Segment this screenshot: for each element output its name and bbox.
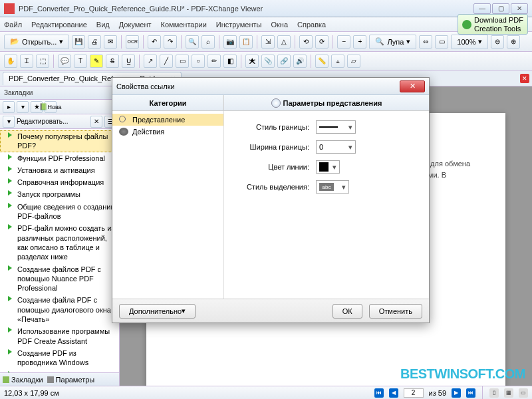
note-icon[interactable]: 💬 [58,55,71,68]
save-icon[interactable]: 💾 [72,35,85,49]
bookmark-icon [8,154,15,161]
fit-width-icon[interactable]: ⇔ [419,35,432,49]
zoom-out-icon[interactable]: − [337,35,350,49]
bookmark-item[interactable]: Установка и активация [0,164,119,176]
arrow-icon[interactable]: ↗ [144,55,157,68]
find-icon[interactable]: 🔍 [186,35,199,49]
ocr-button[interactable]: OCR [126,35,139,49]
facing-icon[interactable]: ▭ [519,388,528,398]
tab-params[interactable]: Параметры [47,376,95,384]
border-width-input[interactable]: 0▾ [316,140,356,154]
close-button[interactable]: ✕ [511,3,528,14]
clipboard-icon[interactable]: 📋 [239,35,253,49]
expand-icon[interactable]: ▸ [3,101,15,113]
rotate-right-icon[interactable]: ⟳ [315,35,329,49]
menu-document[interactable]: Документ [119,21,152,29]
download-pdf-tools-button[interactable]: Download PDFCreation Tools [458,14,528,34]
open-button[interactable]: 📂 Открыть... ▾ [4,35,69,49]
redo-icon[interactable]: ↷ [164,35,177,49]
bookmark-item[interactable]: Использование программы PDF Create Assis… [0,325,119,347]
lupa-button[interactable]: 🔍 Лупа ▾ [369,35,416,49]
stamp-icon[interactable]: 🟊 [245,55,259,68]
first-page-icon[interactable]: ⏮ [374,388,384,398]
line-color-picker[interactable]: ▾ [316,160,340,174]
export-icon[interactable]: ⇲ [261,35,275,49]
link-properties-dialog: Свойства ссылки ✕ Категории Параметры пр… [112,77,430,323]
menu-comments[interactable]: Комментарии [161,21,207,29]
bookmark-item[interactable]: Общие сведения о создании PDF-файлов [0,201,119,223]
snapshot-icon[interactable]: 📷 [223,35,237,49]
prev-page-icon[interactable]: ◀ [389,388,398,398]
menu-tools[interactable]: Инструменты [216,21,262,29]
pencil-icon[interactable]: ✏ [207,55,221,68]
zoom-plus-icon[interactable]: ⊕ [507,35,520,49]
undo-icon[interactable]: ↶ [148,35,161,49]
menu-windows[interactable]: Окна [271,21,288,29]
zoom-in-icon[interactable]: + [353,35,366,49]
dialog-close-button[interactable]: ✕ [400,80,425,92]
audio-icon[interactable]: 🔊 [293,55,307,68]
delete-icon[interactable]: ✕ [90,116,102,128]
bookmark-item[interactable]: PDF-файл можно создать из различных расп… [0,222,119,263]
last-page-icon[interactable]: ⏭ [466,388,475,398]
up-icon[interactable]: △ [277,35,291,49]
highlight-icon[interactable]: ✎ [90,55,103,68]
cancel-button[interactable]: Отменить [369,304,422,319]
ok-button[interactable]: ОК [332,304,362,319]
select-icon[interactable]: Ꮖ [20,55,33,68]
marquee-icon[interactable]: ⬚ [36,55,49,68]
rect-icon[interactable]: ▭ [176,55,189,68]
maximize-button[interactable]: ▢ [492,3,509,14]
bookmark-item[interactable]: Почему популярны файлы PDF? [0,130,119,152]
menu-edit[interactable]: Редактирование [31,21,87,29]
bookmark-item[interactable]: Создание файлов PDF с помощью Nuance PDF… [0,263,119,295]
tab-bookmarks[interactable]: Закладки [3,376,43,384]
measure-icon[interactable]: 📏 [315,55,329,68]
next-page-icon[interactable]: ▶ [452,388,461,398]
minimize-button[interactable]: — [473,3,491,14]
line-icon[interactable]: ╱ [160,55,173,68]
eraser-icon[interactable]: ◧ [223,55,237,68]
menu-view[interactable]: Вид [96,21,110,29]
strikeout-icon[interactable]: S̶ [106,55,119,68]
menu-help[interactable]: Справка [297,21,326,29]
typewriter-icon[interactable]: T [74,55,87,68]
link-icon[interactable]: 🔗 [277,55,291,68]
dialog-titlebar[interactable]: Свойства ссылки ✕ [112,78,429,95]
underline-icon[interactable]: U̲ [122,55,135,68]
search-icon[interactable]: ⌕ [201,35,215,49]
highlight-style-label: Стиль выделения: [236,183,309,191]
menu-file[interactable]: Файл [4,21,22,29]
print-icon[interactable]: 🖨 [88,35,101,49]
zoom-level[interactable]: 100% ▾ [451,35,488,49]
category-list: Представление Действия [112,111,224,299]
bookmark-item[interactable]: Создание файла PDF с помощью диалогового… [0,294,119,325]
bookmark-item[interactable]: Функции PDF Professional [0,152,119,164]
collapse-icon[interactable]: ▾ [17,101,29,113]
edit-bookmark-button[interactable]: Редактировать... [17,118,68,125]
app-icon [4,3,15,14]
bookmark-item[interactable]: Справочная информация [0,176,119,188]
perimeter-icon[interactable]: ⟁ [331,55,344,68]
down-icon[interactable]: ▾ [3,116,15,128]
border-style-select[interactable]: ▾ [316,120,356,134]
bookmark-item[interactable]: Запуск программы [0,188,119,200]
rotate-left-icon[interactable]: ⟲ [299,35,313,49]
advanced-button[interactable]: Дополнительно ▾ [119,304,196,319]
new-bookmark-button[interactable]: 📗Нова [45,101,57,113]
mail-icon[interactable]: ✉ [104,35,117,49]
oval-icon[interactable]: ○ [192,55,205,68]
zoom-minus-icon[interactable]: ⊖ [491,35,504,49]
single-page-icon[interactable]: ▯ [489,388,499,398]
highlight-style-select[interactable]: abc▾ [316,180,349,194]
category-presentation[interactable]: Представление [112,114,223,126]
page-number-input[interactable]: 2 [404,388,424,398]
continuous-icon[interactable]: ▦ [504,388,513,398]
fit-page-icon[interactable]: ▭ [435,35,448,49]
area-icon[interactable]: ▱ [347,55,360,68]
bookmark-item[interactable]: Создание PDF из проводника Windows [0,347,119,369]
attach-icon[interactable]: 📎 [261,55,275,68]
category-actions[interactable]: Действия [112,126,223,138]
hand-icon[interactable]: ✋ [4,55,17,68]
close-all-tabs-button[interactable]: ✕ [520,74,529,83]
